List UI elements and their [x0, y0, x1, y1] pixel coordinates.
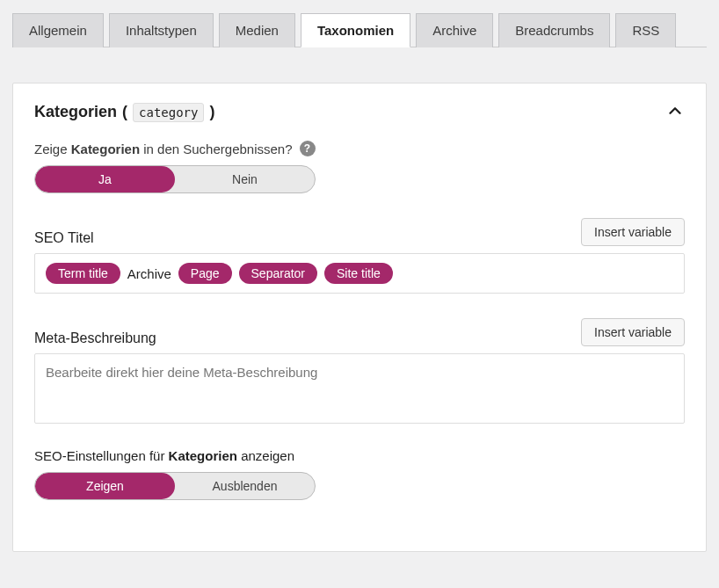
- search-toggle: Ja Nein: [34, 165, 316, 193]
- search-suffix: in den Suchergebnissen?: [143, 142, 292, 156]
- category-panel: Kategorien ( category ) Zeige Kategorien…: [12, 83, 707, 552]
- help-icon[interactable]: ?: [300, 141, 316, 156]
- tab-taxonomien[interactable]: Taxonomien: [301, 13, 410, 47]
- tab-breadcrumbs[interactable]: Breadcrumbs: [498, 13, 610, 47]
- variable-pill-term-title[interactable]: Term title: [46, 263, 120, 284]
- seo-title-text-archive: Archive: [127, 266, 171, 281]
- show-settings-toggle-hide[interactable]: Ausblenden: [175, 473, 315, 499]
- panel-header[interactable]: Kategorien ( category ): [13, 83, 706, 132]
- tabs-bar: Allgemein Inhaltstypen Medien Taxonomien…: [12, 12, 707, 47]
- show-settings-toggle-show[interactable]: Zeigen: [35, 473, 175, 499]
- meta-desc-insert-variable-button[interactable]: Insert variable: [581, 318, 685, 346]
- seo-title-header: SEO Titel Insert variable: [34, 218, 685, 246]
- panel-title-text: Kategorien: [34, 103, 117, 121]
- panel-title-paren-open: (: [122, 103, 127, 121]
- search-bold: Kategorien: [71, 142, 140, 156]
- show-settings-suffix: anzeigen: [241, 448, 294, 463]
- tab-allgemein[interactable]: Allgemein: [12, 13, 104, 47]
- search-prefix: Zeige: [34, 142, 68, 156]
- seo-title-insert-variable-button[interactable]: Insert variable: [581, 218, 685, 246]
- seo-title-input[interactable]: Term title Archive Page Separator Site t…: [34, 253, 685, 294]
- variable-pill-page[interactable]: Page: [178, 263, 232, 284]
- search-toggle-yes[interactable]: Ja: [35, 166, 175, 192]
- panel-slug: category: [133, 103, 204, 122]
- show-settings-bold: Kategorien: [169, 448, 237, 463]
- tab-archive[interactable]: Archive: [416, 13, 493, 47]
- panel-body: Zeige Kategorien in den Suchergebnissen?…: [13, 132, 706, 551]
- search-toggle-no[interactable]: Nein: [175, 166, 315, 192]
- meta-desc-input[interactable]: Bearbeite direkt hier deine Meta-Beschre…: [34, 353, 685, 424]
- show-in-search-label: Zeige Kategorien in den Suchergebnissen?…: [34, 141, 685, 156]
- tab-rss[interactable]: RSS: [615, 13, 676, 47]
- show-settings-label: SEO-Einstellungen für Kategorien anzeige…: [34, 448, 685, 463]
- meta-desc-label: Meta-Beschreibung: [34, 330, 156, 346]
- panel-title-paren-close: ): [209, 103, 214, 121]
- variable-pill-site-title[interactable]: Site title: [324, 263, 393, 284]
- panel-title: Kategorien ( category ): [34, 103, 214, 122]
- variable-pill-separator[interactable]: Separator: [239, 263, 317, 284]
- tab-inhaltstypen[interactable]: Inhaltstypen: [109, 13, 214, 47]
- chevron-up-icon[interactable]: [665, 101, 685, 123]
- meta-desc-header: Meta-Beschreibung Insert variable: [34, 318, 685, 346]
- show-settings-prefix: SEO-Einstellungen für: [34, 448, 164, 463]
- tab-medien[interactable]: Medien: [219, 13, 295, 47]
- seo-title-label: SEO Titel: [34, 230, 94, 246]
- show-settings-toggle: Zeigen Ausblenden: [34, 472, 316, 500]
